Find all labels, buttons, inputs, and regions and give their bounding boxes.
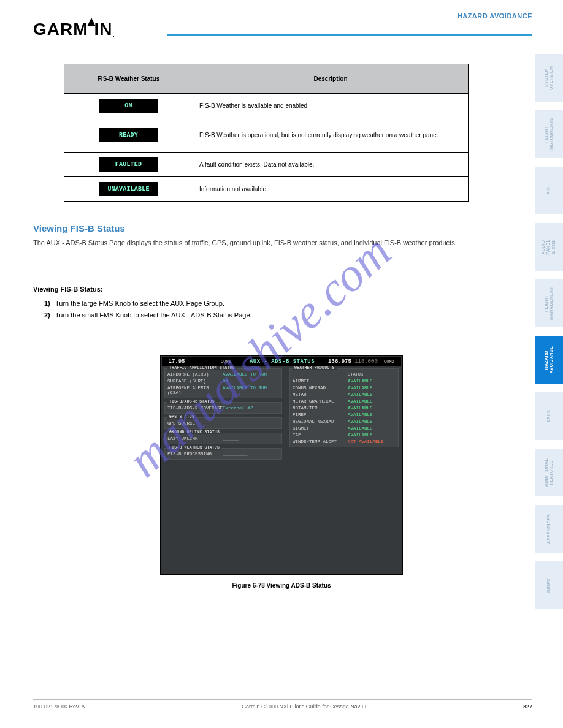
device-page-title: AUX - ADS-B STATUS [239,358,325,365]
page-footer: 190-02178-00 Rev. A Garmin G1000 NXi Pil… [33,699,532,710]
logo-n: N [99,20,112,39]
side-tab-label: FLIGHT MANAGEMENT [544,287,554,320]
panel-row-label: AIRMET [293,379,348,384]
panel-row-value: AVAILABLE [348,426,396,431]
panel-row-label: METAR [293,392,348,397]
panel-tisb: TIS-B/ADS-R STATUS TIS-B/ADS-R COVERAGEE… [164,402,282,414]
side-tab-label: AUDIO PANEL & CNS [541,240,556,255]
panel-row: METAR GRAPHICALAVAILABLE [293,399,396,404]
side-tab[interactable]: SYSTEM OVERVIEW [535,54,563,102]
panel-gps: GPS STATUS GPS SOURCE_________ [164,417,282,429]
panel-row-value: NOT AVAILABLE [348,439,396,444]
side-tab[interactable]: AFCS [535,392,563,440]
side-tab-label: EIS [546,187,551,194]
panel-row-value: ON [223,379,279,384]
logo-dot: . [113,31,115,39]
side-tab[interactable]: HAZARD AVOIDANCE [535,336,563,384]
panel-title: GROUND UPLINK STATUS [167,430,221,434]
th-desc: Description [193,64,469,94]
panel-row-label: METAR GRAPHICAL [293,399,348,404]
side-tab-label: ADDITIONAL FEATURES [544,458,554,487]
device-top-bar: 17.95 COM1 AUX - ADS-B STATUS 136.975 11… [162,357,401,366]
com2-standby-freq: 118.000 [354,358,384,365]
panel-row-value: _________ [223,421,279,426]
section-title: Viewing FIS-B Status [33,223,125,233]
panel-row-label: CONUS NEXRAD [293,385,348,390]
section-paragraph: The AUX - ADS-B Status Page displays the… [33,238,499,248]
panel-uplink: GROUND UPLINK STATUS LAST UPLINK______ [164,433,282,444]
panel-row-label: REGIONAL NEXRAD [293,419,348,424]
panel-row-value: AVAILABLE [348,433,396,438]
com1-label: COM1 [221,359,239,364]
status-desc: Information not available. [193,177,469,202]
panel-row-label: LAST UPLINK [167,436,223,441]
panel-row: AIRBORNE (AIRB)AVAILABLE TO RUN [167,372,279,377]
brand-logo: G A R M I N . [33,11,115,39]
panel-row: NOTAM/TFRAVAILABLE [293,406,396,411]
step-number: 2) [44,309,55,321]
logo-a: A [47,20,60,39]
panel-row: AIRMETAVAILABLE [293,379,396,384]
panel-row-value: AVAILABLE [348,412,396,417]
side-tab[interactable]: EIS [535,167,563,214]
steps-title: Viewing FIS-B Status: [33,286,102,293]
side-tab-label: AFCS [546,410,551,422]
panel-row: TAFAVAILABLE [293,433,396,438]
status-badge: UNAVAILABLE [99,182,158,196]
step-text: Turn the large FMS Knob to select the AU… [55,300,224,307]
side-tab[interactable]: ADDITIONAL FEATURES [535,449,563,496]
status-badge: FAULTED [99,157,158,172]
panel-row-value: AVAILABLE TO RUN [223,372,279,377]
logo-r: R [60,20,73,39]
step-text: Turn the small FMS Knob to select the AU… [55,311,252,319]
panel-row-value: AVAILABLE [348,399,396,404]
panel-row: PIREPAVAILABLE [293,412,396,417]
panel-row: FIS-B PROCESSING_________ [167,452,279,457]
panel-title: WEATHER PRODUCTS [293,366,337,370]
side-tab-label: HAZARD AVOIDANCE [544,346,554,373]
panel-row-value: AVAILABLE [348,419,396,424]
panel-row-label: FIS-B PROCESSING [167,452,223,457]
panel-row-value: AVAILABLE [348,406,396,411]
panel-title: GPS STATUS [167,415,196,419]
com2-active-freq: 136.975 [325,358,354,365]
panel-title: FIS-B WEATHER STATUS [167,446,221,450]
panel-row-value: External #2 [223,406,279,411]
panel-fisb: FIS-B WEATHER STATUS FIS-B PROCESSING___… [164,448,282,460]
th-status: FIS-B Weather Status [64,64,193,94]
panel-row: TIS-B/ADS-R COVERAGEExternal #2 [167,406,279,411]
panel-row-value: AVAILABLE [348,385,396,390]
device-screenshot: 17.95 COM1 AUX - ADS-B STATUS 136.975 11… [160,355,403,575]
side-tab[interactable]: AUDIO PANEL & CNS [535,223,563,271]
panel-row-label: TIS-B/ADS-R COVERAGE [167,406,223,411]
logo-g: G [33,20,47,39]
panel-weather: WEATHER PRODUCTS STATUS AIRMETAVAILABLEC… [289,368,399,447]
panel-row-value: AVAILABLE [348,392,396,397]
header-rule [167,34,532,36]
step-number: 1) [44,298,55,309]
panel-traffic: TRAFFIC APPLICATION STATUS AIRBORNE (AIR… [164,368,282,398]
status-table: FIS-B Weather Status Description ON FIS-… [64,64,469,202]
side-tab[interactable]: FLIGHT INSTRUMENTS [535,110,563,158]
status-desc: A fault condition exists. Data not avail… [193,153,469,177]
panel-row-value: AVAILABLE [348,379,396,384]
com2-label: COM2 [384,359,401,364]
side-tab[interactable]: APPENDICES [535,505,563,553]
side-tabs: SYSTEM OVERVIEWFLIGHT INSTRUMENTSEISAUDI… [535,54,563,618]
panel-row-value: ______ [223,436,279,441]
side-tab[interactable]: FLIGHT MANAGEMENT [535,279,563,327]
panel-row: AIRBORNE ALERTS (CSA)AVAILABLE TO RUN [167,385,279,395]
panel-row: WINDS/TEMP ALOFTNOT AVAILABLE [293,439,396,444]
status-desc: FIS-B Weather is operational, but is not… [193,118,469,153]
status-badge: READY [99,128,158,142]
panel-row: SIGMETAVAILABLE [293,426,396,431]
panel-row-value: AVAILABLE TO RUN [223,385,279,395]
wx-status-header: STATUS [348,372,396,377]
status-desc: FIS-B Weather is available and enabled. [193,94,469,118]
panel-row: REGIONAL NEXRADAVAILABLE [293,419,396,424]
panel-row-label: GPS SOURCE [167,421,223,426]
side-tab-label: SYSTEM OVERVIEW [544,66,554,90]
panel-row: METARAVAILABLE [293,392,396,397]
panel-row-label: TAF [293,433,348,438]
panel-title: TRAFFIC APPLICATION STATUS [167,366,237,370]
